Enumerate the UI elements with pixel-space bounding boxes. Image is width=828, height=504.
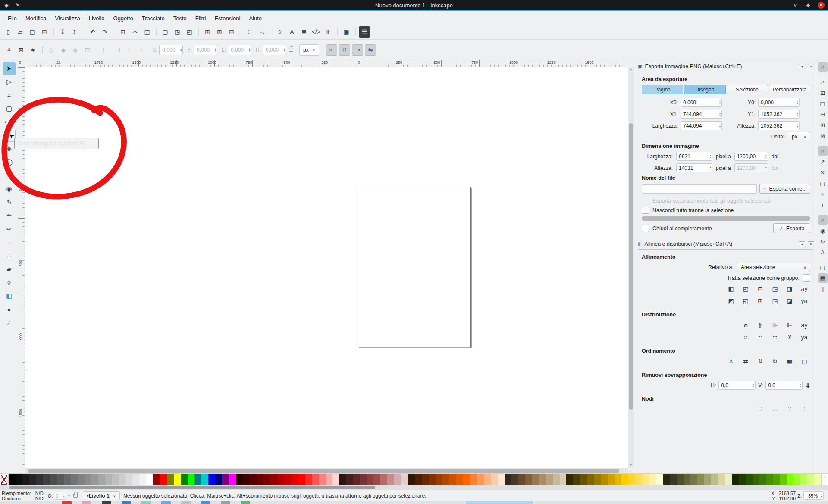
color-swatch[interactable] <box>580 474 587 485</box>
menu-item[interactable]: Filtri <box>191 13 210 23</box>
x-field[interactable]: X: 0,000▴▾ <box>153 45 183 55</box>
preferences-icon[interactable]: ☰ <box>359 26 370 38</box>
color-swatch[interactable] <box>546 474 553 485</box>
area-pagina-button[interactable]: Pagina <box>642 85 683 94</box>
color-swatch[interactable] <box>463 474 470 485</box>
snap-guides-icon[interactable]: ∥ <box>818 284 828 294</box>
color-swatch[interactable] <box>484 474 491 485</box>
close-button[interactable]: ✕ <box>818 2 825 9</box>
ellipse-tool[interactable]: ◯ <box>3 156 16 169</box>
move-gradients-toggle[interactable]: ⇥ <box>352 44 363 56</box>
zoom-tool[interactable]: ▢ <box>3 102 16 115</box>
toolbar-icon[interactable] <box>51 26 56 38</box>
snap-bbox-edge-mid-icon[interactable]: ⊟ <box>818 110 828 119</box>
height-input[interactable]: 1052,362▴▾ <box>758 121 800 130</box>
color-swatch[interactable] <box>608 474 615 485</box>
color-swatch[interactable] <box>326 474 332 485</box>
y-field[interactable]: Y: 0,000▴▾ <box>187 45 217 55</box>
color-swatch[interactable] <box>753 474 759 485</box>
toolbar-icon[interactable] <box>268 26 273 38</box>
snap-icon[interactable] <box>818 211 828 214</box>
taskbar-app-icon[interactable] <box>62 501 72 504</box>
unlink-clone-icon[interactable]: ⊟ <box>226 26 237 38</box>
color-swatch[interactable] <box>387 474 394 485</box>
export-button[interactable]: ✓Esporta <box>773 223 810 233</box>
snap-toolbar-icon[interactable] <box>94 44 99 56</box>
color-swatch[interactable] <box>78 474 85 485</box>
color-swatch[interactable] <box>401 474 408 485</box>
distribute-gaps-h-icon[interactable]: ⊩ <box>784 320 795 330</box>
toolbar-icon[interactable] <box>81 26 86 38</box>
color-swatch[interactable] <box>229 474 236 485</box>
snap-grids-icon[interactable]: ▦ <box>818 273 828 283</box>
xml-editor-icon[interactable]: </> <box>310 26 322 38</box>
color-swatch[interactable] <box>284 474 291 485</box>
color-swatch[interactable] <box>236 474 243 485</box>
color-swatch[interactable] <box>380 474 387 485</box>
taskbar-app-icon[interactable] <box>82 501 91 504</box>
taskbar-app-icon[interactable] <box>221 501 230 504</box>
color-swatch[interactable] <box>201 474 208 485</box>
distribute-text-v-icon[interactable]: ya <box>799 332 809 342</box>
distribute-centers-v-icon[interactable]: ≏ <box>755 332 765 342</box>
snap-edge-top-icon[interactable]: ⊤ <box>124 44 135 56</box>
ungroup-icon[interactable]: ∺ <box>256 26 267 38</box>
color-swatch[interactable] <box>704 474 711 485</box>
lock-ratio-icon[interactable] <box>289 48 293 52</box>
measure-tool[interactable]: ⟷ <box>3 116 16 128</box>
color-swatch[interactable] <box>759 474 766 485</box>
scroll-up-icon[interactable]: ▴ <box>628 67 634 72</box>
color-swatch[interactable] <box>367 474 373 485</box>
snap-cusp-nodes-icon[interactable]: ▢ <box>818 178 828 188</box>
color-swatch[interactable] <box>139 474 146 485</box>
blend-mode-icon[interactable]: ≡ <box>67 493 70 499</box>
toolbar-icon[interactable] <box>196 26 201 38</box>
color-swatch[interactable] <box>22 474 29 485</box>
cut-icon[interactable]: ✂ <box>129 26 141 38</box>
snap-toolbar-icon[interactable] <box>40 44 45 56</box>
color-swatch[interactable] <box>807 474 814 485</box>
snap-bbox-corners-icon[interactable]: ▢ <box>818 99 828 108</box>
l-field[interactable]: L: 0,000▴▾ <box>222 45 251 55</box>
x1-input[interactable]: 744,094▴▾ <box>681 110 722 119</box>
align-right-to-left-edge-icon[interactable]: ◧ <box>726 284 736 294</box>
color-swatch[interactable] <box>222 474 229 485</box>
duplicate-icon[interactable]: ⊞ <box>202 26 213 38</box>
text-dialog-icon[interactable]: A <box>286 26 298 38</box>
color-swatch[interactable] <box>560 474 567 485</box>
taskbar-app-icon[interactable] <box>201 501 210 504</box>
opacity-input[interactable]: 0▴▾ <box>54 492 66 500</box>
dropper-tool[interactable]: ● <box>3 303 16 316</box>
group-icon[interactable]: ∷ <box>244 26 255 38</box>
exchange-selection-order-icon[interactable]: ⇄ <box>740 357 751 366</box>
palette-scrollbar[interactable] <box>0 485 828 490</box>
fill-stroke-dialog-icon[interactable]: ◊ <box>274 26 285 38</box>
toolbar-icon[interactable] <box>353 26 358 38</box>
taskbar-app-icon[interactable] <box>102 501 111 504</box>
document-properties-icon[interactable]: ▣ <box>341 26 352 38</box>
y0-input[interactable]: 0,000▴▾ <box>758 98 800 107</box>
palette-scrollbar-thumb[interactable] <box>9 486 375 489</box>
color-swatch[interactable] <box>787 474 794 485</box>
color-swatch[interactable] <box>553 474 560 485</box>
snap-bbox-edges-icon[interactable]: ⊡ <box>818 88 828 97</box>
snap-text-baseline-icon[interactable]: A <box>818 247 828 257</box>
menu-item[interactable]: Visualizza <box>50 13 84 23</box>
open-document-icon[interactable]: ▱ <box>15 26 26 38</box>
color-swatch[interactable] <box>663 474 670 485</box>
color-swatch[interactable] <box>394 474 401 485</box>
snap-edge-bottom-icon[interactable]: ⊥ <box>136 44 147 56</box>
menu-item[interactable]: Modifica <box>21 13 50 23</box>
area-selezione-button[interactable]: Selezione <box>727 85 768 94</box>
color-swatch[interactable] <box>119 474 126 485</box>
color-swatch[interactable] <box>649 474 656 485</box>
align-right-edges-icon[interactable]: ◳ <box>770 284 780 294</box>
color-swatch[interactable] <box>160 474 167 485</box>
gradient-tool[interactable]: ◧ <box>3 289 16 302</box>
scale-corners-toggle[interactable]: ↺ <box>339 44 350 56</box>
color-swatch[interactable] <box>656 474 663 485</box>
snap-bbox-centers-icon[interactable]: ⊞ <box>818 120 828 130</box>
color-swatch[interactable] <box>718 474 725 485</box>
color-swatch[interactable] <box>339 474 346 485</box>
snap-icon[interactable] <box>818 142 828 145</box>
